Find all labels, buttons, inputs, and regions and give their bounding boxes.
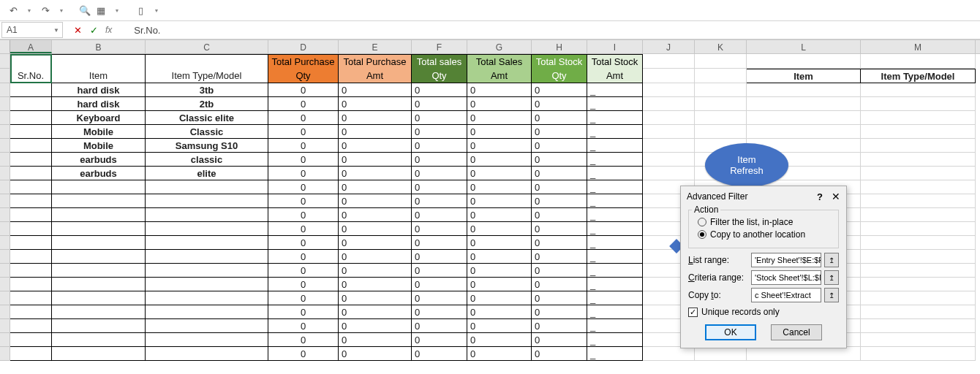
cell-B[interactable]: earbuds: [52, 167, 146, 180]
cell-F[interactable]: 0: [412, 208, 467, 222]
cell-M[interactable]: [861, 125, 976, 139]
cell-I[interactable]: _: [587, 194, 643, 208]
cell-F[interactable]: 0: [412, 153, 467, 167]
cell-C[interactable]: [146, 180, 268, 194]
cell-I[interactable]: _: [587, 139, 643, 153]
cell-A[interactable]: [10, 97, 52, 111]
select-all-corner[interactable]: [0, 40, 10, 53]
preview-icon[interactable]: 🔍: [78, 3, 92, 18]
cell-B[interactable]: [52, 194, 146, 208]
cell-I[interactable]: _: [587, 83, 643, 97]
header-D[interactable]: Total Purchase: [268, 54, 339, 69]
cell-H[interactable]: 0: [532, 125, 587, 139]
cell-J[interactable]: [643, 167, 695, 180]
cell-C[interactable]: [146, 208, 268, 222]
cell-M[interactable]: [861, 111, 976, 125]
cell-M[interactable]: [861, 347, 976, 361]
cell-B[interactable]: [52, 222, 146, 236]
cell-M[interactable]: [861, 97, 976, 111]
cell-A[interactable]: [10, 194, 52, 208]
cell-A[interactable]: [10, 291, 52, 305]
radio-copy-location[interactable]: Copy to another location: [698, 229, 834, 240]
list-range-picker-icon[interactable]: ↥: [824, 253, 839, 267]
cell-D[interactable]: 0: [268, 180, 339, 194]
cell-A[interactable]: [10, 347, 52, 361]
cell-D[interactable]: 0: [268, 319, 339, 333]
row-header[interactable]: [0, 167, 10, 180]
cell-M[interactable]: [861, 139, 976, 153]
cell-J[interactable]: [643, 153, 695, 167]
cell-A[interactable]: [10, 250, 52, 264]
header-C[interactable]: Item Type/Model: [146, 69, 268, 83]
cell-K[interactable]: [695, 83, 747, 97]
cell-E[interactable]: 0: [339, 97, 412, 111]
cell-M[interactable]: [861, 250, 976, 264]
cell-C[interactable]: 2tb: [146, 97, 268, 111]
cell-C[interactable]: [146, 305, 268, 319]
cell-G[interactable]: 0: [467, 180, 532, 194]
cell-B[interactable]: Keyboard: [52, 111, 146, 125]
cell-M[interactable]: [861, 194, 976, 208]
cell-K[interactable]: [695, 125, 747, 139]
row-header[interactable]: [0, 180, 10, 194]
cell-M[interactable]: [861, 291, 976, 305]
cell-M[interactable]: [861, 236, 976, 250]
column-header-C[interactable]: C: [146, 40, 268, 53]
cell-I[interactable]: _: [587, 97, 643, 111]
cell-C[interactable]: [146, 264, 268, 278]
cell-H[interactable]: 0: [532, 264, 587, 278]
cell-I[interactable]: _: [587, 347, 643, 361]
cell-A[interactable]: [10, 222, 52, 236]
cell-D[interactable]: 0: [268, 139, 339, 153]
cell-J[interactable]: [643, 97, 695, 111]
cell-L[interactable]: [747, 97, 861, 111]
cell-H[interactable]: 0: [532, 305, 587, 319]
cell-E[interactable]: 0: [339, 305, 412, 319]
paste-dropdown-icon[interactable]: ▼: [110, 3, 124, 18]
cell-G[interactable]: 0: [467, 291, 532, 305]
header-M[interactable]: [861, 54, 976, 69]
cell-E[interactable]: 0: [339, 278, 412, 291]
cell-M[interactable]: [861, 208, 976, 222]
cell-G[interactable]: 0: [467, 97, 532, 111]
row-header[interactable]: [0, 347, 10, 361]
header-L[interactable]: [747, 54, 861, 69]
cell-J[interactable]: [643, 139, 695, 153]
cell-F[interactable]: 0: [412, 139, 467, 153]
cell-I[interactable]: _: [587, 333, 643, 347]
cell-G[interactable]: 0: [467, 264, 532, 278]
cell-M[interactable]: [861, 167, 976, 180]
criteria-range-input[interactable]: 'Stock Sheet'!$L:$M: [751, 270, 821, 285]
cell-F[interactable]: 0: [412, 111, 467, 125]
column-header-H[interactable]: H: [532, 40, 587, 53]
cell-E[interactable]: 0: [339, 222, 412, 236]
cell-M[interactable]: [861, 319, 976, 333]
cell-E[interactable]: 0: [339, 319, 412, 333]
cell-A[interactable]: [10, 153, 52, 167]
cell-E[interactable]: 0: [339, 153, 412, 167]
cell-B[interactable]: Mobile: [52, 139, 146, 153]
cell-I[interactable]: _: [587, 167, 643, 180]
cell-B[interactable]: earbuds: [52, 153, 146, 167]
header-C[interactable]: [146, 54, 268, 69]
column-header-D[interactable]: D: [268, 40, 339, 53]
cell-C[interactable]: 3tb: [146, 83, 268, 97]
cell-H[interactable]: 0: [532, 333, 587, 347]
cell-F[interactable]: 0: [412, 333, 467, 347]
cell-H[interactable]: 0: [532, 167, 587, 180]
cell-B[interactable]: [52, 208, 146, 222]
cell-A[interactable]: [10, 305, 52, 319]
row-header[interactable]: [0, 69, 10, 83]
cell-I[interactable]: _: [587, 264, 643, 278]
cell-G[interactable]: 0: [467, 236, 532, 250]
row-header[interactable]: [0, 208, 10, 222]
cell-H[interactable]: 0: [532, 139, 587, 153]
cell-K[interactable]: [695, 111, 747, 125]
cell-F[interactable]: 0: [412, 83, 467, 97]
header-D[interactable]: Qty: [268, 69, 339, 83]
cell-M[interactable]: [861, 264, 976, 278]
cell-C[interactable]: [146, 222, 268, 236]
cell-B[interactable]: [52, 250, 146, 264]
redo-dropdown-icon[interactable]: ▼: [54, 3, 69, 18]
cell-H[interactable]: 0: [532, 97, 587, 111]
